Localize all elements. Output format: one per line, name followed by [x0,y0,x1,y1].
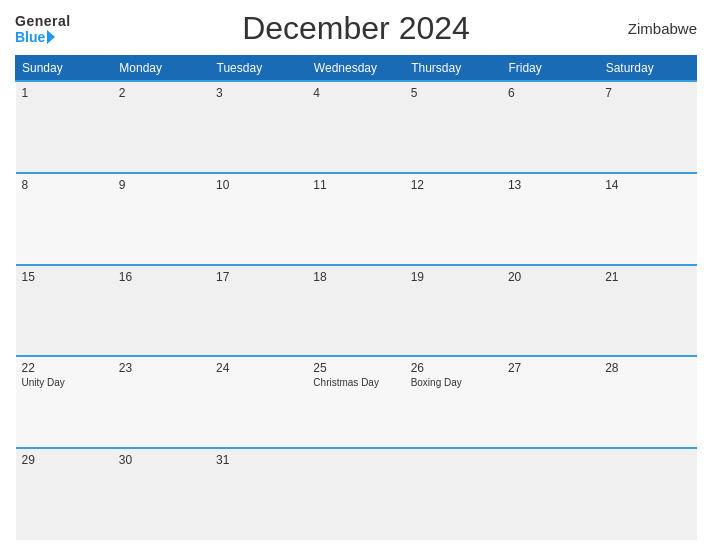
day-number: 26 [411,361,496,375]
calendar-day-cell: 25Christmas Day [307,356,404,448]
day-number: 23 [119,361,204,375]
day-number: 25 [313,361,398,375]
calendar-day-cell: 20 [502,265,599,357]
calendar-day-cell: 2 [113,81,210,173]
calendar-week-row: 891011121314 [16,173,697,265]
calendar-day-cell: 8 [16,173,113,265]
day-number: 8 [22,178,107,192]
day-of-week-header: Monday [113,56,210,82]
calendar-header: General Blue December 2024 Zimbabwe [15,10,697,47]
calendar-day-cell: 7 [599,81,696,173]
day-number: 18 [313,270,398,284]
holiday-name: Christmas Day [313,377,398,388]
calendar-day-cell: 13 [502,173,599,265]
calendar-day-cell: 14 [599,173,696,265]
day-number: 7 [605,86,690,100]
country-label: Zimbabwe [597,20,697,37]
calendar-day-cell: 19 [405,265,502,357]
calendar-day-cell: 29 [16,448,113,540]
day-number: 30 [119,453,204,467]
calendar-day-cell: 27 [502,356,599,448]
day-number: 6 [508,86,593,100]
day-number: 27 [508,361,593,375]
calendar-week-row: 1234567 [16,81,697,173]
calendar-day-cell: 17 [210,265,307,357]
day-number: 17 [216,270,301,284]
calendar-day-cell: 12 [405,173,502,265]
calendar-title: December 2024 [115,10,597,47]
day-of-week-header: Wednesday [307,56,404,82]
calendar-table: SundayMondayTuesdayWednesdayThursdayFrid… [15,55,697,540]
day-of-week-header: Sunday [16,56,113,82]
day-number: 29 [22,453,107,467]
calendar-day-cell [502,448,599,540]
day-number: 16 [119,270,204,284]
calendar-week-row: 22Unity Day232425Christmas Day26Boxing D… [16,356,697,448]
calendar-day-cell: 10 [210,173,307,265]
calendar-day-cell [307,448,404,540]
calendar-week-row: 293031 [16,448,697,540]
calendar-body: 12345678910111213141516171819202122Unity… [16,81,697,540]
days-of-week-row: SundayMondayTuesdayWednesdayThursdayFrid… [16,56,697,82]
calendar-day-cell: 23 [113,356,210,448]
day-number: 13 [508,178,593,192]
calendar-day-cell: 26Boxing Day [405,356,502,448]
calendar-header-row: SundayMondayTuesdayWednesdayThursdayFrid… [16,56,697,82]
logo-triangle-icon [47,30,55,44]
day-number: 14 [605,178,690,192]
holiday-name: Unity Day [22,377,107,388]
calendar-day-cell: 3 [210,81,307,173]
holiday-name: Boxing Day [411,377,496,388]
day-of-week-header: Saturday [599,56,696,82]
calendar-day-cell: 9 [113,173,210,265]
calendar-day-cell: 21 [599,265,696,357]
calendar-day-cell: 6 [502,81,599,173]
calendar-day-cell: 24 [210,356,307,448]
day-number: 10 [216,178,301,192]
day-number: 3 [216,86,301,100]
logo-blue-container: Blue [15,29,55,45]
calendar-week-row: 15161718192021 [16,265,697,357]
calendar-day-cell: 31 [210,448,307,540]
day-of-week-header: Tuesday [210,56,307,82]
calendar-day-cell: 11 [307,173,404,265]
day-number: 2 [119,86,204,100]
calendar-day-cell: 4 [307,81,404,173]
calendar-day-cell: 1 [16,81,113,173]
logo-general-text: General [15,13,71,29]
day-number: 22 [22,361,107,375]
calendar-day-cell: 22Unity Day [16,356,113,448]
day-number: 4 [313,86,398,100]
logo-blue-text: Blue [15,29,45,45]
day-number: 28 [605,361,690,375]
day-number: 21 [605,270,690,284]
day-number: 9 [119,178,204,192]
day-number: 5 [411,86,496,100]
day-number: 31 [216,453,301,467]
day-number: 24 [216,361,301,375]
day-number: 15 [22,270,107,284]
calendar-day-cell: 18 [307,265,404,357]
calendar-day-cell: 15 [16,265,113,357]
calendar-day-cell: 16 [113,265,210,357]
day-of-week-header: Friday [502,56,599,82]
calendar-day-cell: 30 [113,448,210,540]
calendar-day-cell [405,448,502,540]
day-number: 20 [508,270,593,284]
logo: General Blue [15,13,115,45]
day-number: 12 [411,178,496,192]
day-number: 11 [313,178,398,192]
calendar-day-cell: 28 [599,356,696,448]
day-number: 19 [411,270,496,284]
day-number: 1 [22,86,107,100]
calendar-day-cell: 5 [405,81,502,173]
day-of-week-header: Thursday [405,56,502,82]
calendar-day-cell [599,448,696,540]
